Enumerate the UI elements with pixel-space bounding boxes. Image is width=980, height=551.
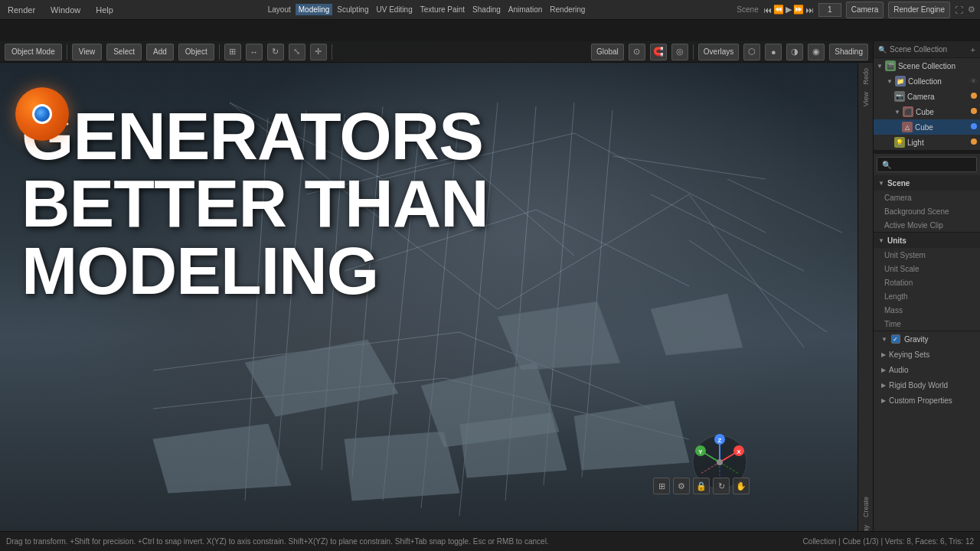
unit-scale-label: Unit Scale [884, 265, 920, 273]
collection-label: Collection [908, 77, 942, 86]
playback-controls[interactable]: ⏮ ⏪ ▶ ⏩ ⏭ [763, 5, 814, 15]
tab-modeling[interactable]: Modeling [296, 4, 333, 15]
gravity-label: Gravity [904, 335, 929, 344]
blender-logo-inner [32, 104, 52, 124]
preferences-icon[interactable]: ⚙ [968, 5, 975, 15]
move-tool-btn[interactable]: ↔ [246, 44, 263, 60]
length-row: Length [874, 289, 980, 303]
transform-tool-btn[interactable]: ✛ [310, 44, 327, 60]
tab-redo[interactable]: Redo [859, 65, 873, 88]
properties-search[interactable]: 🔍 [877, 157, 977, 172]
object-mode-dropdown[interactable]: Object Mode [5, 44, 62, 60]
scene-section: ▼ Scene Camera Background Scene Active M… [874, 175, 980, 233]
outliner-item-collection[interactable]: ▼ 📁 Collection 👁 [874, 73, 980, 89]
render-engine-dropdown[interactable]: Render Engine [888, 2, 950, 18]
viewport-3d[interactable]: GENERATORS BETTER THAN MODELING X Y Z [0, 41, 873, 531]
object-menu[interactable]: Object [178, 44, 214, 60]
scene-section-header[interactable]: ▼ Scene [874, 175, 980, 191]
time-label: Time [884, 320, 901, 328]
svg-text:X: X [737, 448, 741, 455]
keying-sets-item[interactable]: ▶ Keying Sets [874, 347, 980, 362]
outliner-filter-icon[interactable]: 🔍 [878, 46, 887, 54]
custom-props-label: Custom Properties [889, 396, 952, 405]
gizmo-settings[interactable]: ⚙ [673, 478, 690, 494]
fullscreen-icon[interactable]: ⛶ [955, 5, 963, 15]
overlays-btn[interactable]: Overlays [698, 44, 739, 60]
outliner-item-scene-collection[interactable]: ▼ 🎬 Scene Collection [874, 58, 980, 73]
rigid-body-item[interactable]: ▶ Rigid Body World [874, 377, 980, 393]
unit-system-row: Unit System [874, 248, 980, 262]
outliner-item-camera[interactable]: 📷 Camera [874, 89, 980, 104]
frame-input[interactable]: 1 [818, 3, 841, 17]
proportional-btn[interactable]: ◎ [671, 44, 688, 60]
outliner-item-cube-child[interactable]: △ Cube [874, 119, 980, 135]
unit-system-label: Unit System [884, 251, 926, 259]
keying-sets-arrow: ▶ [881, 351, 886, 358]
tab-uv-editing[interactable]: UV Editing [373, 4, 415, 15]
menu-help[interactable]: Help [93, 4, 116, 16]
tab-texture-paint[interactable]: Texture Paint [417, 4, 468, 15]
rotation-label: Rotation [884, 279, 913, 287]
snap-btn[interactable]: 🧲 [650, 44, 667, 60]
tab-sculpting[interactable]: Sculpting [334, 4, 371, 15]
cube-vis-dot [971, 108, 977, 114]
camera-icon: 📷 [894, 91, 905, 102]
outliner-title: Scene Collection [890, 45, 968, 54]
render-shading-btn[interactable]: ◉ [808, 44, 825, 60]
mass-row: Mass [874, 303, 980, 317]
status-text: Drag to transform. +Shift for precision.… [6, 537, 802, 546]
menu-render[interactable]: Render [5, 4, 38, 16]
gizmo-tools: ⊞ ⚙ 🔒 ↻ ✋ [653, 478, 750, 494]
menu-window[interactable]: Window [47, 4, 83, 16]
tab-view[interactable]: View [859, 89, 873, 109]
units-section-header[interactable]: ▼ Units [874, 233, 980, 248]
snap-off-btn[interactable]: ⊞ [224, 44, 241, 60]
units-collapse-arrow: ▼ [878, 237, 884, 244]
viewport-lock[interactable]: 🔒 [693, 478, 710, 494]
cube-child-vis-dot [971, 123, 977, 129]
scene-camera-row: Camera [874, 191, 980, 204]
scale-tool-btn[interactable]: ⤡ [289, 44, 305, 60]
rotate-tool-btn[interactable]: ↻ [267, 44, 284, 60]
outliner-item-cube-parent[interactable]: ▼ ⬛ Cube [874, 104, 980, 119]
add-menu[interactable]: Add [146, 44, 174, 60]
cube-icon: ⬛ [903, 106, 913, 117]
select-menu[interactable]: Select [106, 44, 142, 60]
right-panel: 🔍 Scene Collection + ▼ 🎬 Scene Collectio… [873, 41, 980, 551]
separator [67, 44, 67, 60]
xray-btn[interactable]: ⬡ [743, 44, 760, 60]
viewport-sync[interactable]: ↻ [713, 478, 730, 494]
tab-create[interactable]: Create [859, 494, 873, 520]
cube-child-vis [971, 123, 977, 131]
light-vis [971, 139, 977, 146]
stats-text: Collection | Cube (1/3) | Verts: 8, Face… [802, 537, 974, 546]
outliner-add-icon[interactable]: + [971, 45, 975, 54]
scene-bg-row: Background Scene [874, 204, 980, 218]
solid-shading-btn[interactable]: ● [765, 44, 782, 60]
material-shading-btn[interactable]: ◑ [786, 44, 803, 60]
custom-properties-item[interactable]: ▶ Custom Properties [874, 393, 980, 408]
text-line-2: BETTER THAN [21, 170, 488, 237]
cube-child-label: Cube [915, 123, 933, 132]
camera-vis [971, 93, 977, 100]
active-movie-clip-label: Active Movie Clip [884, 221, 943, 230]
tab-rendering[interactable]: Rendering [547, 4, 588, 15]
units-section: ▼ Units Unit System Unit Scale Rotation … [874, 233, 980, 331]
tab-layout[interactable]: Layout [265, 4, 294, 15]
grid-toggle[interactable]: ⊞ [653, 478, 670, 494]
audio-item[interactable]: ▶ Audio [874, 362, 980, 377]
transform-dropdown[interactable]: Global [591, 44, 624, 60]
audio-arrow: ▶ [881, 367, 886, 373]
viewport-side-tabs: Tool Redo View Create Display [858, 41, 873, 551]
gravity-checkbox-row[interactable]: ▼ ✓ Gravity [874, 331, 980, 347]
gravity-checkbox[interactable]: ✓ [891, 334, 900, 344]
viewport-hand[interactable]: ✋ [733, 478, 750, 494]
scene-label: Scene [737, 5, 758, 14]
outliner-item-light[interactable]: 💡 Light [874, 135, 980, 150]
shading-dropdown[interactable]: Shading [829, 44, 868, 60]
tab-animation[interactable]: Animation [505, 4, 545, 15]
pivot-btn[interactable]: ⊙ [629, 44, 645, 60]
view-menu[interactable]: View [72, 44, 103, 60]
camera-dropdown[interactable]: Camera [846, 2, 884, 18]
tab-shading[interactable]: Shading [469, 4, 504, 15]
